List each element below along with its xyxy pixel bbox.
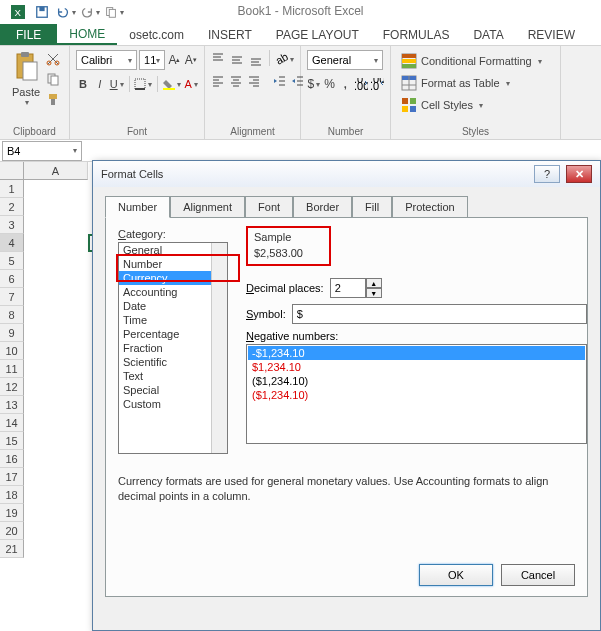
conditional-formatting-button[interactable]: Conditional Formatting▾ bbox=[397, 50, 554, 72]
svg-rect-12 bbox=[51, 76, 58, 85]
undo-icon[interactable]: ▾ bbox=[54, 1, 78, 23]
category-list[interactable]: GeneralNumberCurrencyAccountingDateTimeP… bbox=[118, 242, 228, 454]
svg-rect-53 bbox=[402, 64, 416, 68]
negative-option-2[interactable]: ($1,234.10) bbox=[248, 374, 585, 388]
align-center-icon[interactable] bbox=[229, 72, 243, 90]
row-header-11[interactable]: 11 bbox=[0, 360, 24, 378]
dialog-title: Format Cells bbox=[101, 168, 163, 180]
dialog-tab-border[interactable]: Border bbox=[293, 196, 352, 218]
svg-rect-58 bbox=[402, 98, 408, 104]
align-bottom-icon[interactable] bbox=[248, 50, 263, 68]
font-color-button[interactable]: A▾ bbox=[184, 74, 198, 94]
row-header-5[interactable]: 5 bbox=[0, 252, 24, 270]
format-painter-icon[interactable] bbox=[44, 90, 62, 108]
tab-home[interactable]: HOME bbox=[57, 24, 117, 45]
dialog-close-button[interactable]: ✕ bbox=[566, 165, 592, 183]
tab-file[interactable]: FILE bbox=[0, 24, 57, 45]
row-header-14[interactable]: 14 bbox=[0, 414, 24, 432]
ok-button[interactable]: OK bbox=[419, 564, 493, 586]
align-top-icon[interactable] bbox=[211, 50, 226, 68]
row-header-8[interactable]: 8 bbox=[0, 306, 24, 324]
name-box-value: B4 bbox=[7, 145, 20, 157]
decrease-decimal-icon[interactable]: .00.0 bbox=[370, 74, 384, 94]
cell-styles-button[interactable]: Cell Styles▾ bbox=[397, 94, 554, 116]
italic-button[interactable]: I bbox=[93, 74, 107, 94]
dialog-tab-font[interactable]: Font bbox=[245, 196, 293, 218]
format-as-table-button[interactable]: Format as Table▾ bbox=[397, 72, 554, 94]
bold-button[interactable]: B bbox=[76, 74, 90, 94]
row-header-4[interactable]: 4 bbox=[0, 234, 24, 252]
paste-button[interactable]: Paste ▾ bbox=[6, 50, 46, 107]
copy-button-icon[interactable] bbox=[44, 70, 62, 88]
row-header-16[interactable]: 16 bbox=[0, 450, 24, 468]
percent-format-icon[interactable]: % bbox=[323, 74, 337, 94]
increase-decimal-icon[interactable]: .0.00 bbox=[354, 74, 368, 94]
decimal-places-input[interactable] bbox=[330, 278, 366, 298]
font-name-select[interactable]: Calibri▾ bbox=[76, 50, 137, 70]
svg-rect-52 bbox=[402, 59, 416, 63]
select-all-corner[interactable] bbox=[0, 162, 24, 180]
tab-formulas[interactable]: FORMULAS bbox=[371, 24, 462, 45]
tab-page-layout[interactable]: PAGE LAYOUT bbox=[264, 24, 371, 45]
row-header-7[interactable]: 7 bbox=[0, 288, 24, 306]
decrease-font-icon[interactable]: A▾ bbox=[184, 50, 198, 70]
tab-data[interactable]: DATA bbox=[461, 24, 515, 45]
negative-numbers-list[interactable]: -$1,234.10 $1,234.10 ($1,234.10) ($1,234… bbox=[246, 344, 587, 444]
row-header-18[interactable]: 18 bbox=[0, 486, 24, 504]
align-left-icon[interactable] bbox=[211, 72, 225, 90]
comma-format-icon[interactable]: , bbox=[338, 74, 352, 94]
conditional-formatting-icon bbox=[401, 53, 417, 69]
dialog-tab-alignment[interactable]: Alignment bbox=[170, 196, 245, 218]
name-box[interactable]: B4▾ bbox=[2, 141, 82, 161]
row-header-12[interactable]: 12 bbox=[0, 378, 24, 396]
save-icon[interactable] bbox=[30, 1, 54, 23]
formula-bar-row: B4▾ bbox=[0, 140, 601, 162]
row-header-17[interactable]: 17 bbox=[0, 468, 24, 486]
tab-review[interactable]: REVIEW bbox=[516, 24, 587, 45]
increase-font-icon[interactable]: A▴ bbox=[167, 50, 181, 70]
negative-option-3[interactable]: ($1,234.10) bbox=[248, 388, 585, 402]
underline-button[interactable]: U▾ bbox=[110, 74, 124, 94]
dialog-tab-fill[interactable]: Fill bbox=[352, 196, 392, 218]
row-header-10[interactable]: 10 bbox=[0, 342, 24, 360]
accounting-format-icon[interactable]: $▾ bbox=[307, 74, 321, 94]
align-middle-icon[interactable] bbox=[230, 50, 245, 68]
category-scrollbar[interactable] bbox=[211, 243, 227, 453]
redo-icon[interactable]: ▾ bbox=[78, 1, 102, 23]
row-header-9[interactable]: 9 bbox=[0, 324, 24, 342]
dialog-tab-protection[interactable]: Protection bbox=[392, 196, 468, 218]
font-size-select[interactable]: 11▾ bbox=[139, 50, 165, 70]
row-header-3[interactable]: 3 bbox=[0, 216, 24, 234]
align-right-icon[interactable] bbox=[247, 72, 261, 90]
row-header-15[interactable]: 15 bbox=[0, 432, 24, 450]
cancel-button[interactable]: Cancel bbox=[501, 564, 575, 586]
spin-up-icon[interactable]: ▲ bbox=[366, 278, 382, 288]
row-header-6[interactable]: 6 bbox=[0, 270, 24, 288]
row-header-20[interactable]: 20 bbox=[0, 522, 24, 540]
symbol-select[interactable]: $ bbox=[292, 304, 587, 324]
negative-option-0[interactable]: -$1,234.10 bbox=[248, 346, 585, 360]
dialog-help-button[interactable]: ? bbox=[534, 165, 560, 183]
fill-color-button[interactable]: ▾ bbox=[163, 74, 181, 94]
border-button[interactable]: ▾ bbox=[134, 74, 152, 94]
row-header-19[interactable]: 19 bbox=[0, 504, 24, 522]
dialog-tab-number[interactable]: Number bbox=[105, 196, 170, 218]
decimal-places-spinner[interactable]: ▲▼ bbox=[330, 278, 382, 298]
tab-insert[interactable]: INSERT bbox=[196, 24, 264, 45]
cut-icon[interactable] bbox=[44, 50, 62, 68]
copy-icon[interactable]: ▾ bbox=[102, 1, 126, 23]
row-header-1[interactable]: 1 bbox=[0, 180, 24, 198]
negative-option-1[interactable]: $1,234.10 bbox=[248, 360, 585, 374]
tab-osetc[interactable]: osetc.com bbox=[117, 24, 196, 45]
row-header-21[interactable]: 21 bbox=[0, 540, 24, 558]
orientation-icon[interactable]: ab▾ bbox=[276, 50, 294, 68]
row-header-2[interactable]: 2 bbox=[0, 198, 24, 216]
number-format-select[interactable]: General▾ bbox=[307, 50, 383, 70]
svg-rect-13 bbox=[49, 94, 57, 99]
svg-text:ab: ab bbox=[276, 52, 288, 66]
decrease-indent-icon[interactable] bbox=[273, 72, 287, 90]
col-header-a[interactable]: A bbox=[24, 162, 88, 180]
spin-down-icon[interactable]: ▼ bbox=[366, 288, 382, 298]
dialog-title-bar[interactable]: Format Cells ? ✕ bbox=[93, 161, 600, 187]
row-header-13[interactable]: 13 bbox=[0, 396, 24, 414]
